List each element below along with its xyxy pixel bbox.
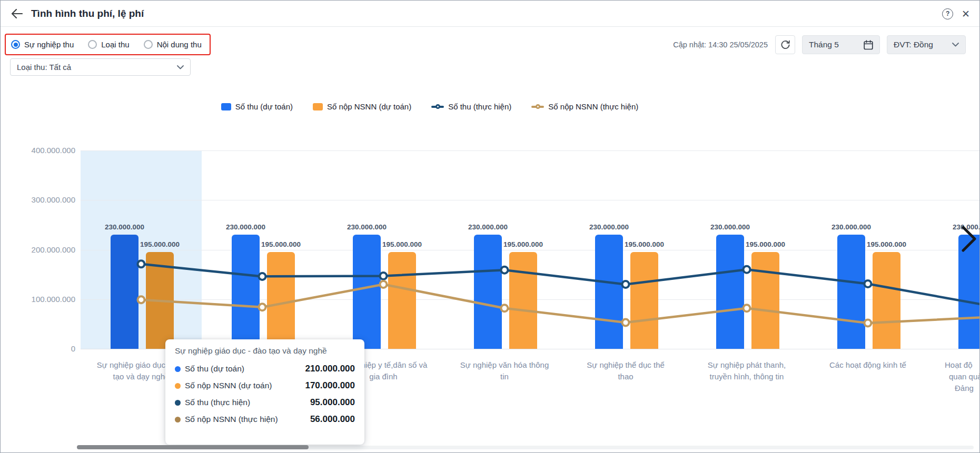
- x-axis-category-label: Hoạt độ: [945, 359, 973, 371]
- close-icon[interactable]: ✕: [962, 9, 970, 19]
- unit-select[interactable]: ĐVT: Đồng: [887, 35, 966, 54]
- x-axis-category-label: Sự nghiệp phát thanh,truyền hình, thông …: [681, 359, 813, 382]
- line-series-layer: [81, 150, 979, 352]
- x-axis-category-label: quan quả: [949, 371, 980, 382]
- legend-line-marker-icon: [431, 103, 444, 110]
- series-color-dot-icon: [175, 366, 181, 372]
- tooltip-series-label: Số thu (dự toán): [185, 364, 244, 374]
- tooltip-rows: Số thu (dự toán)210.000.000Số nộp NSNN (…: [175, 360, 355, 428]
- tooltip-row-3: Số nộp NSNN (thực hiện)56.000.000: [175, 411, 355, 428]
- radio-option-0[interactable]: Sự nghiệp thu: [11, 40, 74, 49]
- line-point-marker[interactable]: [744, 266, 750, 273]
- radio-option-2[interactable]: Nội dung thu: [144, 40, 202, 49]
- y-axis-tick-label: 100.000.000: [7, 295, 75, 304]
- series-color-dot-icon: [175, 383, 181, 389]
- line-point-marker[interactable]: [138, 296, 145, 303]
- legend-line-marker-icon: [531, 103, 544, 110]
- chart-tooltip: Sự nghiệp giáo dục - đào tạo và dạy nghề…: [165, 339, 364, 445]
- tooltip-series-value: 95.000.000: [310, 397, 355, 408]
- line-point-marker[interactable]: [501, 267, 508, 274]
- back-button[interactable]: [9, 6, 25, 22]
- chevron-down-icon: [177, 65, 184, 69]
- y-axis-tick-label: 300.000.000: [7, 195, 75, 204]
- legend-item-2[interactable]: Số thu (thực hiện): [431, 102, 511, 111]
- x-axis-category-label: Các hoạt động kinh tế: [802, 359, 934, 371]
- line-point-marker[interactable]: [865, 280, 872, 287]
- type-select-value: Loại thu: Tất cả: [17, 63, 71, 72]
- chart-legend: Số thu (dự toán)Số nộp NSNN (dự toán)Số …: [1, 102, 859, 111]
- line-point-marker[interactable]: [622, 319, 629, 326]
- header: Tình hình thu phí, lệ phí ? ✕: [1, 1, 979, 27]
- series-color-dot-icon: [175, 417, 181, 422]
- radio-label: Sự nghiệp thu: [24, 40, 74, 49]
- radio-circle-icon: [11, 40, 20, 49]
- x-axis-category-label: Sự nghiệp văn hóa thôngtin: [439, 359, 570, 382]
- month-picker-value: Tháng 5: [809, 40, 839, 49]
- legend-label: Số thu (dự toán): [235, 102, 293, 111]
- hscrollbar-thumb[interactable]: [77, 445, 309, 449]
- help-icon[interactable]: ?: [942, 8, 953, 19]
- radio-circle-icon: [88, 40, 97, 49]
- legend-ring: [435, 104, 440, 109]
- y-axis-tick-label: 0: [7, 344, 75, 353]
- tooltip-series-value: 210.000.000: [305, 364, 355, 374]
- tooltip-row-2: Số thu (thực hiện)95.000.000: [175, 394, 355, 411]
- tooltip-series-value: 170.000.000: [305, 380, 355, 391]
- calendar-icon: [864, 40, 873, 50]
- tooltip-title: Sự nghiệp giáo dục - đào tạo và dạy nghề: [175, 346, 355, 356]
- tooltip-series-label: Số nộp NSNN (thực hiện): [185, 415, 278, 424]
- series-color-dot-icon: [175, 400, 181, 406]
- dashboard-window: Tình hình thu phí, lệ phí ? ✕ Sự nghiệp …: [0, 0, 980, 453]
- month-picker[interactable]: Tháng 5: [802, 35, 880, 54]
- refresh-icon: [780, 40, 790, 50]
- tooltip-series-label: Số nộp NSNN (dự toán): [185, 381, 272, 390]
- arrow-left-icon: [11, 9, 23, 18]
- radio-group: Sự nghiệp thuLoại thuNội dung thu: [5, 34, 211, 55]
- radio-circle-icon: [144, 40, 153, 49]
- type-select[interactable]: Loại thu: Tất cả: [10, 58, 191, 76]
- unit-select-value: ĐVT: Đồng: [894, 40, 933, 49]
- tooltip-series-value: 56.000.000: [310, 414, 355, 425]
- y-axis-tick-label: 200.000.000: [7, 245, 75, 254]
- legend-bar-swatch-icon: [221, 103, 231, 110]
- legend-ring: [536, 104, 540, 109]
- line-point-marker[interactable]: [380, 281, 387, 288]
- y-axis-tick-label: 400.000.000: [7, 146, 75, 155]
- x-axis-category-label: Đảng: [955, 382, 974, 394]
- chevron-down-icon: [952, 43, 959, 47]
- radio-option-1[interactable]: Loại thu: [88, 40, 129, 49]
- updated-timestamp: Cập nhật: 14:30 25/05/2025: [673, 41, 768, 49]
- line-point-marker[interactable]: [501, 305, 508, 311]
- legend-bar-swatch-icon: [313, 103, 323, 110]
- toolbar: Cập nhật: 14:30 25/05/2025 Tháng 5 ĐVT: …: [673, 35, 966, 54]
- line-so-nop-nsnn-thuc-hien: [141, 284, 979, 323]
- legend-item-1[interactable]: Số nộp NSNN (dự toán): [313, 102, 411, 111]
- line-point-marker[interactable]: [380, 273, 387, 279]
- line-point-marker[interactable]: [622, 281, 629, 288]
- legend-item-3[interactable]: Số nộp NSNN (thực hiện): [531, 102, 638, 111]
- tooltip-row-0: Số thu (dự toán)210.000.000: [175, 360, 355, 377]
- refresh-button[interactable]: [775, 35, 795, 54]
- scroll-right-chevron-icon[interactable]: [961, 226, 977, 252]
- line-so-thu-thuc-hien: [141, 264, 979, 306]
- radio-label: Loại thu: [101, 40, 129, 49]
- legend-label: Số nộp NSNN (dự toán): [327, 102, 411, 111]
- line-point-marker[interactable]: [744, 305, 750, 311]
- legend-label: Số nộp NSNN (thực hiện): [548, 102, 638, 111]
- line-point-marker[interactable]: [259, 304, 266, 310]
- legend-item-0[interactable]: Số thu (dự toán): [221, 102, 293, 111]
- header-actions: ? ✕: [942, 1, 970, 27]
- line-point-marker[interactable]: [865, 319, 872, 326]
- radio-label: Nội dung thu: [157, 40, 202, 49]
- page-title: Tình hình thu phí, lệ phí: [31, 8, 144, 19]
- line-point-marker[interactable]: [138, 260, 145, 267]
- tooltip-series-label: Số thu (thực hiện): [185, 398, 250, 407]
- legend-label: Số thu (thực hiện): [448, 102, 511, 111]
- tooltip-row-1: Số nộp NSNN (dự toán)170.000.000: [175, 377, 355, 394]
- line-point-marker[interactable]: [259, 273, 266, 280]
- x-axis-category-label: Sự nghiệp thể dục thểthao: [560, 359, 691, 382]
